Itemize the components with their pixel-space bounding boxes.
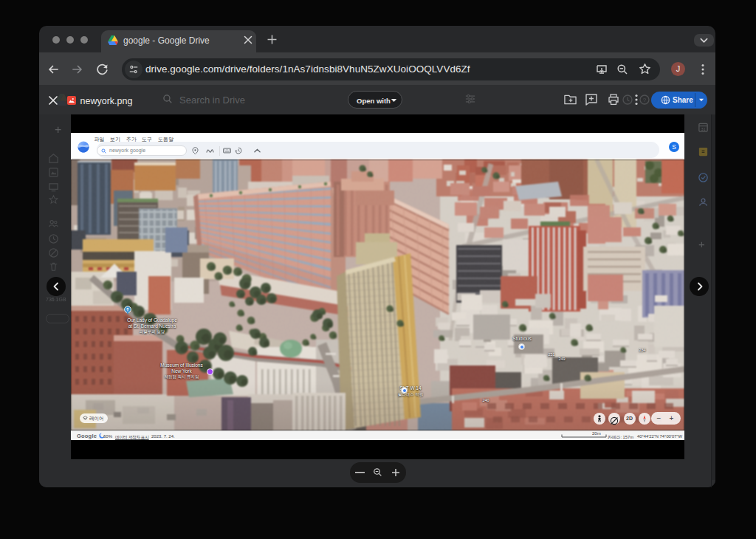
svg-text:31: 31 (701, 127, 705, 131)
svg-text:?: ? (643, 97, 647, 103)
